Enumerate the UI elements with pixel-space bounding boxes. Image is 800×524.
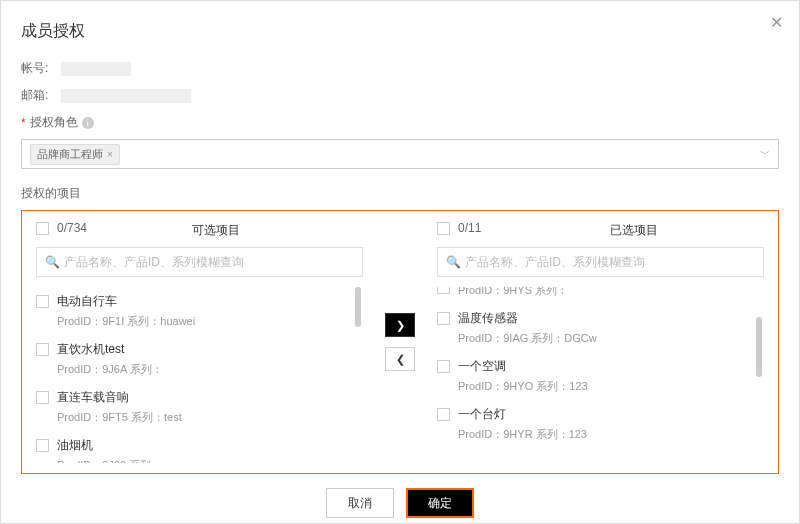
item-sub: ProdID：9J69 系列：ww bbox=[57, 458, 363, 463]
list-item[interactable]: 一个台灯ProdID：9HYR 系列：123 bbox=[437, 400, 764, 448]
ok-button[interactable]: 确定 bbox=[406, 488, 474, 518]
item-sub: ProdID：9J6A 系列： bbox=[57, 362, 363, 377]
item-sub: ProdID：9IAG 系列：DGCw bbox=[458, 331, 764, 346]
role-label: 授权角色 bbox=[30, 114, 78, 131]
email-value bbox=[61, 89, 191, 103]
item-checkbox[interactable] bbox=[437, 408, 450, 421]
item-name: 一个空调 bbox=[458, 358, 764, 375]
item-name: 油烟机 bbox=[57, 437, 363, 454]
list-item[interactable]: 直连车载音响ProdID：9FT5 系列：test bbox=[36, 383, 363, 431]
item-checkbox[interactable] bbox=[437, 360, 450, 373]
chevron-down-icon: ﹀ bbox=[760, 147, 770, 161]
move-right-button[interactable]: ❯ bbox=[385, 313, 415, 337]
role-tag-label: 品牌商工程师 bbox=[37, 147, 103, 162]
role-tag: 品牌商工程师 × bbox=[30, 144, 120, 165]
available-search[interactable]: 🔍 bbox=[36, 247, 363, 277]
available-title: 可选项目 bbox=[192, 222, 240, 239]
search-icon: 🔍 bbox=[446, 255, 461, 269]
role-tag-remove-icon[interactable]: × bbox=[107, 149, 113, 160]
available-search-input[interactable] bbox=[64, 255, 354, 269]
info-icon[interactable]: i bbox=[82, 117, 94, 129]
email-row: 邮箱: bbox=[21, 87, 779, 104]
list-item[interactable]: ProdID：9HYS 系列： bbox=[437, 287, 764, 304]
item-checkbox[interactable] bbox=[437, 287, 450, 294]
selected-panel: 0/11 已选项目 🔍 ProdID：9HYS 系列：温度传感器ProdID：9… bbox=[423, 211, 778, 473]
item-sub: ProdID：9F1I 系列：huawei bbox=[57, 314, 363, 329]
available-panel: 0/734 可选项目 🔍 电动自行车ProdID：9F1I 系列：huawei直… bbox=[22, 211, 377, 473]
selected-search-input[interactable] bbox=[465, 255, 755, 269]
move-left-button[interactable]: ❮ bbox=[385, 347, 415, 371]
modal-title: 成员授权 bbox=[21, 21, 779, 42]
list-item[interactable]: 一个空调ProdID：9HYO 系列：123 bbox=[437, 352, 764, 400]
selected-scrollbar[interactable] bbox=[756, 317, 762, 377]
list-item[interactable]: 电动自行车ProdID：9F1I 系列：huawei bbox=[36, 287, 363, 335]
modal-footer: 取消 确定 bbox=[21, 474, 779, 524]
item-name: 温度传感器 bbox=[458, 310, 764, 327]
item-checkbox[interactable] bbox=[36, 295, 49, 308]
select-all-available-checkbox[interactable] bbox=[36, 222, 49, 235]
item-sub: ProdID：9HYS 系列： bbox=[458, 287, 764, 298]
item-name: 直饮水机test bbox=[57, 341, 363, 358]
available-list: 电动自行车ProdID：9F1I 系列：huawei直饮水机testProdID… bbox=[36, 287, 363, 463]
selected-search[interactable]: 🔍 bbox=[437, 247, 764, 277]
selected-title: 已选项目 bbox=[610, 222, 658, 239]
item-name: 直连车载音响 bbox=[57, 389, 363, 406]
item-sub: ProdID：9HYO 系列：123 bbox=[458, 379, 764, 394]
transfer-controls: ❯ ❮ bbox=[377, 211, 423, 473]
item-name: 一个台灯 bbox=[458, 406, 764, 423]
list-item[interactable]: 油烟机ProdID：9J69 系列：ww bbox=[36, 431, 363, 463]
member-auth-modal: ✕ 成员授权 帐号: 邮箱: * 授权角色 i 品牌商工程师 × ﹀ 授权的项目… bbox=[0, 0, 800, 524]
item-checkbox[interactable] bbox=[36, 391, 49, 404]
list-item[interactable]: 直饮水机testProdID：9J6A 系列： bbox=[36, 335, 363, 383]
email-label: 邮箱: bbox=[21, 87, 61, 104]
available-scrollbar[interactable] bbox=[355, 287, 361, 327]
item-checkbox[interactable] bbox=[437, 312, 450, 325]
item-checkbox[interactable] bbox=[36, 343, 49, 356]
selected-count: 0/11 bbox=[458, 221, 481, 235]
required-asterisk: * bbox=[21, 116, 26, 130]
account-value bbox=[61, 62, 131, 76]
search-icon: 🔍 bbox=[45, 255, 60, 269]
item-sub: ProdID：9FT5 系列：test bbox=[57, 410, 363, 425]
account-row: 帐号: bbox=[21, 60, 779, 77]
item-checkbox[interactable] bbox=[36, 439, 49, 452]
selected-list: ProdID：9HYS 系列：温度传感器ProdID：9IAG 系列：DGCw一… bbox=[437, 287, 764, 463]
list-item[interactable]: 温度传感器ProdID：9IAG 系列：DGCw bbox=[437, 304, 764, 352]
transfer-box: 0/734 可选项目 🔍 电动自行车ProdID：9F1I 系列：huawei直… bbox=[21, 210, 779, 474]
account-label: 帐号: bbox=[21, 60, 61, 77]
item-name: 电动自行车 bbox=[57, 293, 363, 310]
close-icon[interactable]: ✕ bbox=[770, 13, 783, 32]
role-select[interactable]: 品牌商工程师 × ﹀ bbox=[21, 139, 779, 169]
role-label-row: * 授权角色 i bbox=[21, 114, 779, 131]
select-all-selected-checkbox[interactable] bbox=[437, 222, 450, 235]
available-count: 0/734 bbox=[57, 221, 87, 235]
item-sub: ProdID：9HYR 系列：123 bbox=[458, 427, 764, 442]
projects-section-label: 授权的项目 bbox=[21, 185, 779, 202]
cancel-button[interactable]: 取消 bbox=[326, 488, 394, 518]
